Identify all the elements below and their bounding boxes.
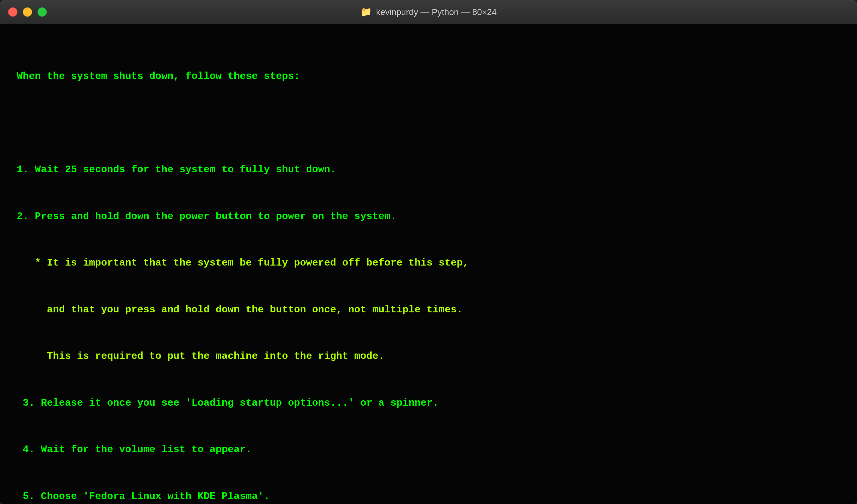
close-button[interactable] — [8, 7, 17, 17]
step-5: 5. Choose 'Fedora Linux with KDE Plasma'… — [17, 489, 840, 504]
traffic-lights — [8, 7, 47, 17]
window-title: kevinpurdy — Python — 80×24 — [376, 7, 497, 17]
folder-icon: 📁 — [360, 6, 372, 18]
maximize-button[interactable] — [37, 7, 47, 17]
step-1: 1. Wait 25 seconds for the system to ful… — [17, 162, 840, 178]
titlebar: 📁 kevinpurdy — Python — 80×24 — [0, 0, 857, 24]
terminal-window: 📁 kevinpurdy — Python — 80×24 When the s… — [0, 0, 857, 504]
blank-line-1 — [17, 116, 840, 131]
step-note-1c: This is required to put the machine into… — [17, 348, 840, 364]
step-2: 2. Press and hold down the power button … — [17, 209, 840, 224]
step-note-1a: * It is important that the system be ful… — [17, 255, 840, 271]
step-4: 4. Wait for the volume list to appear. — [17, 442, 840, 457]
minimize-button[interactable] — [23, 7, 32, 17]
step-3: 3. Release it once you see 'Loading star… — [17, 395, 840, 411]
step-note-1b: and that you press and hold down the but… — [17, 302, 840, 318]
title-area: 📁 kevinpurdy — Python — 80×24 — [360, 6, 497, 18]
heading-line: When the system shuts down, follow these… — [17, 69, 840, 84]
terminal-text: When the system shuts down, follow these… — [17, 37, 840, 504]
terminal-content: When the system shuts down, follow these… — [0, 24, 857, 504]
